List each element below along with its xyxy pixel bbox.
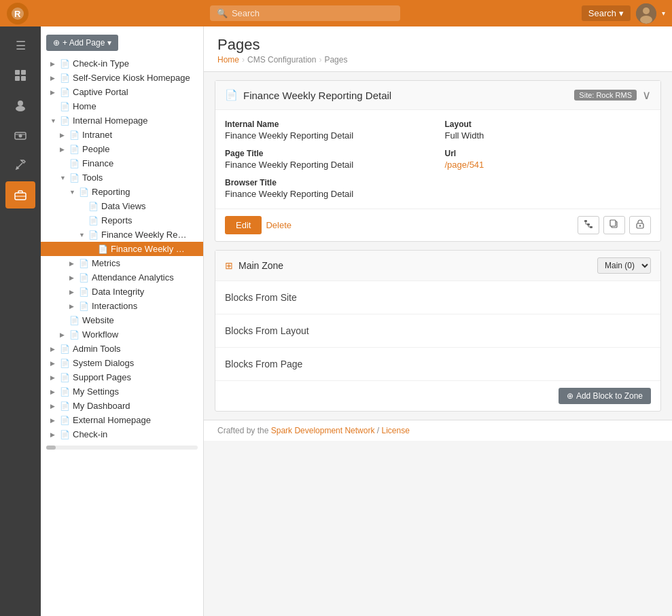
expander-icon: ▶ bbox=[69, 303, 79, 310]
expander-icon: ▶ bbox=[69, 260, 79, 267]
detail-card-body: Internal Name Finance Weekly Reporting D… bbox=[215, 110, 660, 209]
zone-section-page: Blocks From Page bbox=[215, 348, 660, 381]
zone-title-text: Main Zone bbox=[238, 260, 283, 271]
avatar-caret[interactable]: ▾ bbox=[662, 10, 665, 17]
tree-item-people[interactable]: ▶📄People bbox=[41, 142, 203, 156]
expander-icon: ▼ bbox=[50, 117, 60, 124]
tree-item-data-integrity[interactable]: ▶📄Data Integrity bbox=[41, 285, 203, 299]
expander-icon: ▶ bbox=[50, 417, 60, 424]
search-input[interactable] bbox=[232, 8, 368, 18]
tree-item-finance-weekly-reporting[interactable]: ▼📄Finance Weekly Reportin… bbox=[41, 228, 203, 242]
tree-item-self-service-kiosk[interactable]: ▶📄Self-Service Kiosk Homepage bbox=[41, 71, 203, 85]
expander-icon: ▼ bbox=[60, 175, 69, 181]
add-page-plus: ⊕ bbox=[53, 38, 60, 48]
tree-item-system-dialogs[interactable]: ▶📄System Dialogs bbox=[41, 356, 203, 370]
tree-item-finance[interactable]: 📄Finance bbox=[41, 156, 203, 170]
tree-item-intranet[interactable]: ▶📄Intranet bbox=[41, 128, 203, 142]
tree-item-support-pages[interactable]: ▶📄Support Pages bbox=[41, 370, 203, 384]
expander-icon: ▶ bbox=[50, 388, 60, 395]
tree-item-admin-tools[interactable]: ▶📄Admin Tools bbox=[41, 342, 203, 356]
primary-actions: Edit Delete bbox=[225, 216, 291, 234]
tree-item-checkin-type[interactable]: ▶📄Check-in Type bbox=[41, 56, 203, 71]
tree-item-external-homepage[interactable]: ▶📄External Homepage bbox=[41, 413, 203, 427]
tree-item-captive-portal[interactable]: ▶📄Captive Portal bbox=[41, 85, 203, 99]
edit-button[interactable]: Edit bbox=[225, 216, 262, 234]
avatar[interactable] bbox=[636, 3, 656, 24]
topbar-right: Search ▾ ▾ bbox=[582, 3, 665, 24]
tree-item-reporting[interactable]: ▼📄Reporting bbox=[41, 185, 203, 199]
expander-icon: ▶ bbox=[50, 403, 60, 410]
svg-point-3 bbox=[643, 7, 650, 14]
expander-icon bbox=[60, 317, 69, 324]
tree-item-internal-homepage[interactable]: ▼📄Internal Homepage bbox=[41, 113, 203, 128]
zone-footer: ⊕ Add Block to Zone bbox=[215, 381, 660, 411]
copy-icon-button[interactable] bbox=[603, 216, 625, 234]
detail-actions: Edit Delete bbox=[215, 209, 660, 241]
add-page-label: + Add Page bbox=[63, 38, 105, 48]
page-title: Pages bbox=[217, 36, 658, 54]
tree-item-interactions[interactable]: ▶📄Interactions bbox=[41, 299, 203, 313]
tree-item-attendance-analytics[interactable]: ▶📄Attendance Analytics bbox=[41, 270, 203, 285]
tree-item-check-in[interactable]: ▶📄Check-in bbox=[41, 427, 203, 441]
detail-collapse-caret[interactable]: ∨ bbox=[642, 88, 651, 103]
svg-text:R: R bbox=[14, 9, 21, 19]
footer-license-link[interactable]: License bbox=[381, 426, 409, 435]
sidebar-icon-person[interactable] bbox=[5, 92, 35, 119]
tree-item-my-dashboard[interactable]: ▶📄My Dashboard bbox=[41, 399, 203, 413]
expander-icon: ▼ bbox=[79, 232, 88, 238]
site-badge: Site: Rock RMS bbox=[574, 90, 637, 101]
search-box[interactable]: 🔍 bbox=[210, 5, 400, 21]
add-block-button[interactable]: ⊕ Add Block to Zone bbox=[559, 388, 651, 404]
sidebar-icon-finance[interactable] bbox=[5, 122, 35, 149]
svg-rect-5 bbox=[15, 70, 20, 75]
scrollbar-thumb[interactable] bbox=[46, 446, 56, 450]
topbar: R 🔍 Search ▾ ▾ bbox=[0, 0, 672, 26]
zone-title: ⊞ Main Zone bbox=[225, 260, 283, 271]
sidebar-icon-briefcase[interactable] bbox=[5, 181, 35, 209]
tree-item-finance-weekly-report-selected[interactable]: 📄Finance Weekly Report… bbox=[41, 242, 203, 256]
zone-section-site: Blocks From Site bbox=[215, 281, 660, 314]
footer-spark-link[interactable]: Spark Development Network bbox=[271, 426, 375, 435]
expander-icon: ▼ bbox=[69, 189, 79, 196]
blocks-from-site-label: Blocks From Site bbox=[225, 292, 297, 303]
search-button[interactable]: Search ▾ bbox=[582, 5, 631, 21]
sidebar-icon-tools[interactable] bbox=[5, 151, 35, 179]
tree-item-landing-pages[interactable]: 📄Home bbox=[41, 99, 203, 113]
svg-rect-16 bbox=[584, 220, 587, 222]
delete-button[interactable]: Delete bbox=[266, 220, 291, 230]
tree-item-workflow[interactable]: ▶📄Workflow bbox=[41, 327, 203, 342]
sidebar-icon-menu[interactable]: ☰ bbox=[5, 32, 35, 59]
zone-icon: ⊞ bbox=[225, 260, 233, 271]
search-icon: 🔍 bbox=[217, 8, 228, 18]
content-area: 📄 Finance Weekly Reporting Detail Site: … bbox=[204, 72, 672, 420]
url-label: Url bbox=[445, 149, 652, 158]
search-btn-label: Search bbox=[588, 8, 616, 18]
app-logo[interactable]: R bbox=[7, 3, 29, 24]
tree-item-reports[interactable]: 📄Reports bbox=[41, 213, 203, 228]
zone-select[interactable]: Main (0) bbox=[597, 257, 651, 274]
sidebar-icons: ☰ bbox=[0, 26, 41, 616]
svg-point-9 bbox=[18, 101, 23, 106]
sidebar-icon-dashboard[interactable] bbox=[5, 62, 35, 89]
internal-name-value: Finance Weekly Reporting Detail bbox=[225, 130, 431, 141]
search-btn-caret: ▾ bbox=[619, 8, 624, 18]
tree-item-metrics[interactable]: ▶📄Metrics bbox=[41, 256, 203, 270]
expander-icon: ▶ bbox=[50, 360, 60, 367]
lock-icon-button[interactable] bbox=[629, 216, 651, 234]
footer-text: Crafted by the bbox=[217, 426, 271, 435]
scrollbar-area bbox=[41, 441, 203, 454]
scrollbar-track bbox=[46, 446, 198, 450]
footer: Crafted by the Spark Development Network… bbox=[204, 420, 672, 441]
page-title-label: Page Title bbox=[225, 149, 431, 158]
hierarchy-icon-button[interactable] bbox=[578, 216, 599, 234]
add-page-button[interactable]: ⊕ + Add Page ▾ bbox=[46, 35, 118, 51]
tree-item-data-views[interactable]: 📄Data Views bbox=[41, 199, 203, 213]
url-value[interactable]: /page/541 bbox=[445, 160, 484, 170]
tree-item-tools[interactable]: ▼📄Tools bbox=[41, 170, 203, 185]
page-header: Pages Home › CMS Configuration › Pages bbox=[204, 26, 672, 72]
svg-rect-6 bbox=[21, 70, 26, 75]
detail-card-header: 📄 Finance Weekly Reporting Detail Site: … bbox=[215, 81, 660, 110]
tree-item-website[interactable]: 📄Website bbox=[41, 313, 203, 327]
tree-item-my-settings[interactable]: ▶📄My Settings bbox=[41, 384, 203, 399]
breadcrumb-home[interactable]: Home bbox=[217, 55, 239, 65]
